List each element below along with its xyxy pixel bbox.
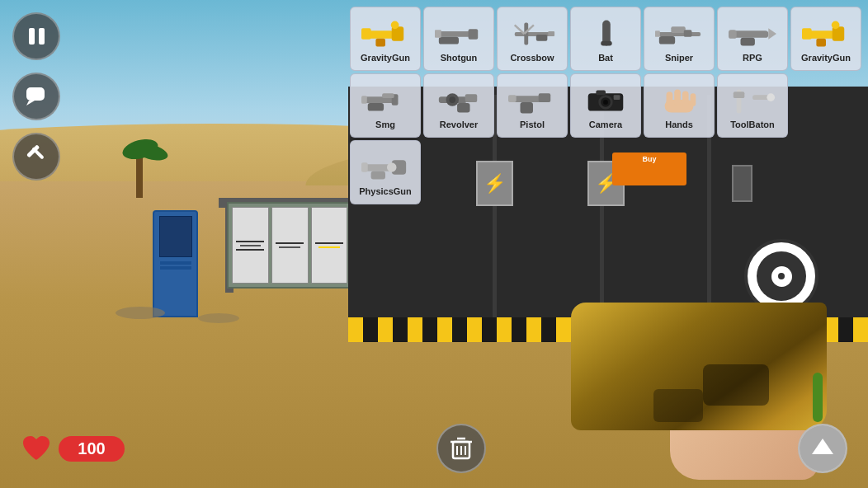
svg-rect-61 [734, 92, 745, 98]
svg-rect-0 [26, 87, 45, 101]
upload-button[interactable] [798, 424, 847, 473]
svg-rect-10 [439, 36, 459, 44]
target-board2-line-1 [276, 242, 304, 244]
svg-rect-45 [512, 96, 543, 102]
target-board3-line-2 [318, 246, 340, 248]
weapon-cell-pistol[interactable]: Pistol [497, 73, 568, 138]
physicsgun-label: PhysicsGun [359, 186, 412, 196]
svg-rect-32 [802, 28, 812, 40]
svg-rect-5 [392, 26, 404, 40]
pause-icon [29, 28, 45, 45]
vending-slot [160, 261, 191, 265]
bottom-ui: 100 [0, 424, 868, 473]
hands-icon-area [654, 83, 704, 118]
weapon-cell-rpg[interactable]: RPG [717, 7, 788, 71]
weapon-cell-gravityguns-2[interactable]: GravityGun [790, 7, 861, 71]
gun-green-accent [813, 373, 823, 422]
svg-rect-6 [361, 28, 371, 40]
physicsgun-icon [361, 152, 409, 183]
svg-rect-48 [508, 95, 517, 102]
rpg-icon-area [728, 16, 777, 51]
svg-rect-58 [682, 91, 689, 105]
weapon-cell-physicsgun[interactable]: PhysicsGun [350, 140, 421, 204]
bat-label: Bat [598, 53, 613, 63]
hands-icon [655, 85, 703, 116]
svg-point-7 [391, 21, 399, 29]
revolver-icon-area [434, 83, 484, 118]
bat-icon-area [581, 16, 630, 51]
rpg-icon [729, 18, 776, 49]
svg-rect-53 [596, 90, 606, 95]
delete-button[interactable] [436, 424, 486, 473]
pause-button[interactable] [12, 12, 60, 60]
trash-icon [449, 435, 474, 462]
tree-trunk [136, 152, 143, 198]
svg-rect-34 [816, 38, 826, 46]
camera-label: Camera [589, 120, 622, 129]
weapon-cell-smg[interactable]: Smg [350, 73, 421, 138]
tools-icon [24, 144, 49, 169]
svg-rect-46 [521, 101, 533, 113]
bat-icon [582, 18, 630, 49]
weapon-cell-revolver[interactable]: Revolver [423, 73, 494, 138]
target-board-3 [311, 207, 348, 284]
chat-button[interactable] [12, 73, 60, 120]
tire-marks [116, 307, 165, 319]
svg-rect-22 [671, 26, 685, 33]
tire-marks-2 [198, 313, 239, 323]
weapon-cell-sniper[interactable]: Sniper [644, 7, 715, 71]
weapon-cell-shotgun[interactable]: Shotgun [423, 7, 494, 71]
pistol-icon-area [507, 83, 557, 118]
vending-screen [159, 216, 192, 257]
svg-point-42 [449, 96, 455, 103]
tools-button[interactable] [12, 133, 60, 181]
smg-icon-area [361, 83, 410, 118]
gun-detail-1 [703, 364, 769, 406]
target-line-2 [240, 245, 262, 246]
sniper-icon [655, 18, 703, 49]
crossbow-icon [508, 18, 556, 49]
svg-rect-20 [601, 40, 612, 45]
shotgun-icon-area [434, 16, 484, 51]
target-board-1 [232, 207, 269, 284]
svg-rect-26 [733, 30, 769, 38]
gravityguns-2-icon-area [801, 16, 851, 51]
svg-rect-17 [536, 34, 548, 40]
gravityguns-2-label: GravityGun [801, 53, 851, 63]
svg-marker-1 [26, 101, 35, 106]
crossbow-icon-area [507, 16, 557, 51]
rpg-label: RPG [743, 53, 762, 63]
svg-rect-43 [457, 102, 469, 112]
target-line-3 [236, 249, 264, 251]
pistol-icon [508, 85, 556, 116]
health-value: 100 [59, 436, 125, 462]
gravityguns-1-label: GravityGun [361, 53, 410, 63]
upload-arrow-icon [810, 436, 835, 461]
weapon-cell-crossbow[interactable]: Crossbow [497, 7, 568, 71]
svg-point-63 [767, 93, 775, 101]
weapon-cell-toolbaton[interactable]: ToolBaton [717, 73, 788, 138]
upload-arrow-bg [800, 425, 846, 472]
svg-rect-38 [361, 96, 367, 104]
hands-label: Hands [665, 120, 693, 129]
weapon-cell-bat[interactable]: Bat [570, 7, 641, 71]
svg-rect-25 [684, 30, 692, 37]
chat-icon [25, 86, 48, 107]
pause-bar-2 [39, 28, 45, 45]
svg-rect-23 [659, 35, 675, 44]
pistol-label: Pistol [520, 120, 545, 129]
revolver-label: Revolver [440, 120, 478, 129]
health-bar: 100 [21, 434, 125, 462]
weapon-cell-gravityguns-1[interactable]: GravityGun [350, 7, 421, 71]
smg-icon [361, 85, 409, 116]
shotgun-label: Shotgun [441, 53, 478, 63]
svg-point-33 [832, 21, 840, 29]
weapon-cell-camera[interactable]: Camera [570, 73, 641, 138]
gravityguns-1-icon-area [361, 16, 410, 51]
shotgun-icon [435, 18, 483, 49]
gravityguns-1-icon [361, 18, 409, 49]
weapon-cell-hands[interactable]: Hands [644, 73, 715, 138]
svg-rect-28 [741, 37, 755, 45]
gun-detail-2 [653, 389, 703, 422]
gravityguns-2-icon [802, 18, 850, 49]
